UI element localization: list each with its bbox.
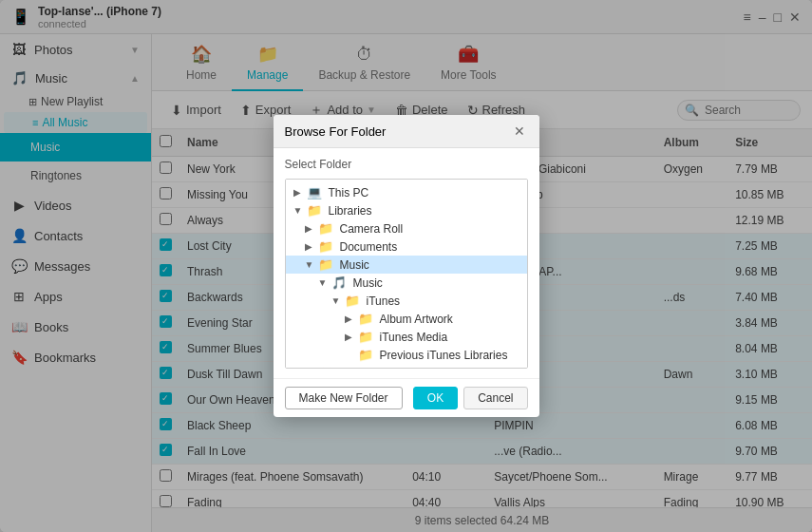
tree-expand: ▼: [293, 205, 303, 216]
tree-item[interactable]: ▶ 📁 Pictures: [286, 364, 527, 369]
tree-item-label: iTunes Media: [380, 331, 448, 344]
tree-item-label: Libraries: [329, 204, 372, 218]
dialog-body: Select Folder ▶ 💻 This PC ▼ 📁 Libraries …: [274, 148, 539, 378]
tree-expand: ▶: [345, 332, 354, 342]
tree-folder-icon: 📁: [345, 294, 360, 308]
dialog-close-button[interactable]: ✕: [511, 123, 528, 140]
tree-item[interactable]: ▼ 📁 iTunes: [286, 292, 527, 310]
tree-item[interactable]: ▶ 💻 This PC: [286, 183, 527, 201]
tree-item[interactable]: 📁 Previous iTunes Libraries: [286, 346, 527, 364]
tree-expand: ▼: [305, 259, 314, 270]
make-new-folder-button[interactable]: Make New Folder: [285, 387, 403, 409]
tree-item-label: Album Artwork: [380, 313, 453, 326]
tree-item-label: Pictures: [340, 367, 381, 370]
tree-item[interactable]: ▶ 📁 Documents: [286, 238, 527, 256]
tree-expand: ▶: [305, 241, 314, 252]
tree-item[interactable]: ▼ 📁 Libraries: [286, 201, 527, 219]
tree-expand: ▶: [345, 314, 354, 324]
tree-item-label: Documents: [340, 240, 398, 254]
tree-folder-icon: 📁: [358, 348, 373, 362]
dialog-select-label: Select Folder: [285, 158, 528, 171]
tree-item[interactable]: ▶ 📁 Camera Roll: [286, 219, 527, 238]
tree-expand: ▶: [293, 187, 303, 198]
tree-expand: ▼: [331, 295, 341, 306]
tree-item-label: iTunes: [367, 294, 401, 308]
dialog-title: Browse For Folder: [285, 124, 387, 139]
tree-folder-icon: 📁: [318, 239, 333, 254]
tree-folder-icon: 📁: [358, 312, 373, 326]
tree-item-label: Music: [353, 276, 383, 290]
dialog-header: Browse For Folder ✕: [274, 115, 539, 148]
tree-item-label: This PC: [329, 186, 369, 200]
tree-item-label: Music: [340, 258, 369, 272]
tree-folder-icon: 📁: [358, 330, 373, 344]
tree-expand: ▼: [318, 277, 328, 288]
tree-item-label: Camera Roll: [340, 222, 404, 236]
cancel-button[interactable]: Cancel: [463, 387, 527, 409]
folder-tree[interactable]: ▶ 💻 This PC ▼ 📁 Libraries ▶ 📁 Camera Rol…: [285, 179, 528, 369]
tree-expand: ▶: [305, 368, 314, 369]
dialog-footer: Make New Folder OK Cancel: [274, 378, 539, 417]
tree-item[interactable]: ▼ 🎵 Music: [286, 274, 527, 292]
tree-item[interactable]: ▶ 📁 Album Artwork: [286, 310, 527, 328]
tree-item[interactable]: ▶ 📁 iTunes Media: [286, 328, 527, 346]
tree-item[interactable]: ▼ 📁 Music: [286, 256, 527, 274]
tree-folder-icon: 📁: [307, 203, 322, 218]
tree-folder-icon: 📁: [318, 366, 333, 369]
tree-folder-icon: 💻: [307, 185, 322, 200]
tree-folder-icon: 📁: [318, 257, 333, 272]
ok-button[interactable]: OK: [413, 387, 458, 409]
tree-folder-icon: 🎵: [331, 276, 347, 290]
tree-item-label: Previous iTunes Libraries: [380, 349, 508, 362]
dialog-overlay: Browse For Folder ✕ Select Folder ▶ 💻 Th…: [0, 0, 812, 532]
tree-folder-icon: 📁: [318, 221, 333, 236]
tree-expand: ▶: [305, 223, 314, 234]
browse-folder-dialog: Browse For Folder ✕ Select Folder ▶ 💻 Th…: [274, 115, 539, 417]
